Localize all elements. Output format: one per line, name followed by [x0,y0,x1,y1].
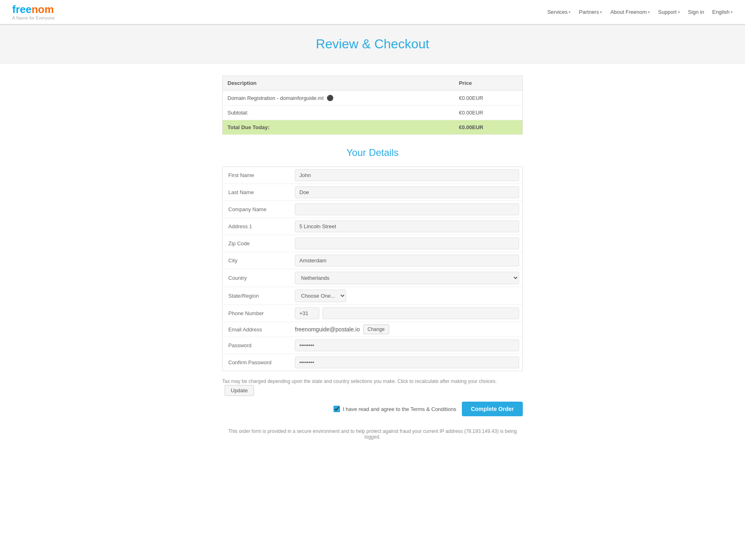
zip-row: Zip Code [223,235,522,252]
password-label: Password [223,338,292,352]
bottom-section: Tax may be charged depending upon the st… [222,378,523,416]
details-form: First Name Last Name Company Name Addres… [222,166,523,371]
tax-note: Tax may be charged depending upon the st… [222,378,523,396]
country-row: Country Netherlands Germany France Unite… [223,269,522,287]
chevron-down-icon: ▾ [731,10,733,14]
total-label: Total Due Today: [223,120,454,135]
address1-field [292,218,522,235]
last-name-label: Last Name [223,185,292,199]
last-name-field [292,184,522,201]
main-content: Description Price Domain Registration - … [214,76,531,452]
zip-field [292,235,522,252]
city-row: City [223,252,522,269]
total-value: €0.00EUR [454,120,523,135]
chevron-down-icon: ▾ [600,10,602,14]
city-input[interactable] [295,255,519,266]
address1-row: Address 1 [223,218,522,235]
phone-number-input[interactable] [323,307,519,319]
site-logo[interactable]: freenom A Name for Everyone [12,4,55,20]
confirm-password-field [292,354,522,371]
phone-prefix-input[interactable] [295,307,319,319]
state-select[interactable]: Choose One... [295,290,346,302]
password-input[interactable] [295,339,519,351]
last-name-input[interactable] [295,186,519,198]
page-title: Review & Checkout [0,37,745,52]
last-name-row: Last Name [223,184,522,201]
update-button[interactable]: Update [225,385,254,396]
company-row: Company Name [223,201,522,218]
logo-free: free [12,3,32,15]
terms-text: I have read and agree to the Terms & Con… [343,406,456,412]
city-field [292,252,522,269]
change-email-button[interactable]: Change [363,324,389,334]
zip-input[interactable] [295,238,519,249]
confirm-password-input[interactable] [295,357,519,368]
nav-services[interactable]: Services ▾ [547,9,571,15]
zip-label: Zip Code [223,236,292,251]
chevron-down-icon: ▾ [648,10,650,14]
logo-tagline: A Name for Everyone [12,15,55,20]
address1-label: Address 1 [223,219,292,234]
country-select[interactable]: Netherlands Germany France United States [295,272,519,284]
first-name-field [292,167,522,184]
password-row: Password [223,337,522,354]
sign-in-link[interactable]: Sign in [688,9,704,15]
col-description: Description [223,76,454,91]
state-label: State/Region [223,289,292,303]
first-name-row: First Name [223,167,522,184]
order-item-description: Domain Registration - domainforguide.ml … [223,91,454,106]
phone-label: Phone Number [223,306,292,320]
email-field: freenomguide@postale.io Change [292,322,522,337]
address1-input[interactable] [295,221,519,232]
state-row: State/Region Choose One... [223,287,522,305]
navigation: freenom A Name for Everyone Services ▾ P… [0,0,745,24]
nav-about[interactable]: About Freenom ▾ [610,9,650,15]
email-row: Email Address freenomguide@postale.io Ch… [223,322,522,337]
subtotal-label: Subtotal: [223,106,454,120]
confirm-password-label: Confirm Password [223,355,292,370]
nav-links: Services ▾ Partners ▾ About Freenom ▾ Su… [547,9,733,15]
first-name-label: First Name [223,168,292,182]
order-item-price: €0.00EUR [454,91,523,106]
footer-note: This order form is provided in a secure … [222,428,523,452]
chevron-down-icon: ▾ [569,10,571,14]
city-label: City [223,253,292,268]
company-input[interactable] [295,203,519,215]
order-item-row: Domain Registration - domainforguide.ml … [223,91,523,106]
password-field [292,337,522,354]
delete-item-icon[interactable]: ⚫ [327,95,334,101]
phone-field [292,305,522,322]
complete-order-button[interactable]: Complete Order [462,402,523,416]
country-label: Country [223,271,292,285]
total-row: Total Due Today: €0.00EUR [223,120,523,135]
first-name-input[interactable] [295,169,519,181]
state-field: Choose One... [292,287,522,305]
logo-nom: nom [32,3,54,15]
subtotal-value: €0.00EUR [454,106,523,120]
subtotal-row: Subtotal: €0.00EUR [223,106,523,120]
nav-partners[interactable]: Partners ▾ [579,9,602,15]
order-actions: I have read and agree to the Terms & Con… [222,402,523,416]
terms-checkbox[interactable] [334,406,340,412]
details-section-title: Your Details [222,147,523,158]
company-label: Company Name [223,202,292,216]
country-field: Netherlands Germany France United States [292,269,522,287]
terms-label[interactable]: I have read and agree to the Terms & Con… [334,406,456,412]
nav-support[interactable]: Support ▾ [658,9,680,15]
company-field [292,201,522,218]
language-selector[interactable]: English ▾ [712,9,733,15]
page-header: Review & Checkout [0,25,745,63]
confirm-password-row: Confirm Password [223,354,522,371]
chevron-down-icon: ▾ [678,10,680,14]
email-label: Email Address [223,322,292,337]
phone-row: Phone Number [223,305,522,322]
email-value: freenomguide@postale.io [295,326,360,333]
col-price: Price [454,76,523,91]
order-table: Description Price Domain Registration - … [222,76,523,135]
